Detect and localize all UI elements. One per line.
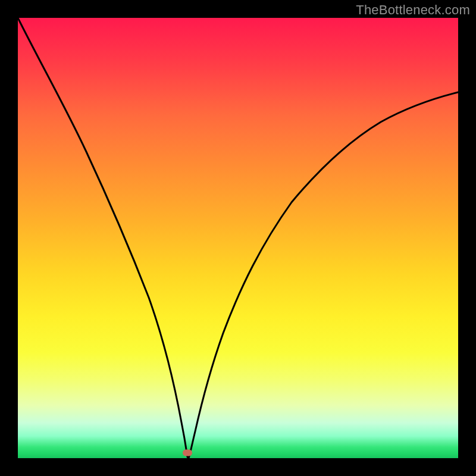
- optimal-marker: [183, 450, 192, 456]
- plot-area: [18, 18, 458, 458]
- bottleneck-curve: [18, 18, 458, 458]
- curve-layer: [18, 18, 458, 458]
- watermark-text: TheBottleneck.com: [356, 2, 470, 18]
- chart-frame: TheBottleneck.com: [0, 0, 476, 476]
